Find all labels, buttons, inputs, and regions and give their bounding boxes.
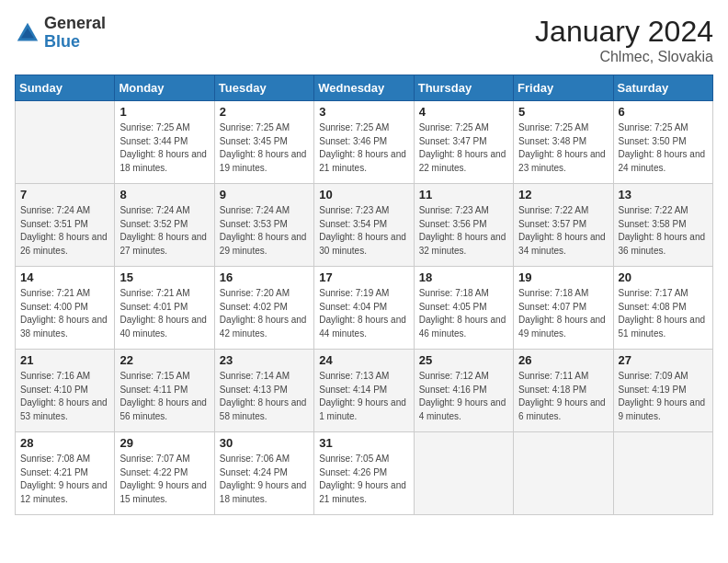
day-info: Sunrise: 7:07 AMSunset: 4:22 PMDaylight:… xyxy=(119,453,209,506)
day-number: 22 xyxy=(119,353,209,367)
day-info: Sunrise: 7:25 AMSunset: 3:48 PMDaylight:… xyxy=(518,121,608,175)
day-number: 15 xyxy=(119,270,209,284)
day-info: Sunrise: 7:25 AMSunset: 3:47 PMDaylight:… xyxy=(419,121,508,175)
day-header-monday: Monday xyxy=(115,75,214,101)
day-info: Sunrise: 7:24 AMSunset: 3:51 PMDaylight:… xyxy=(20,204,109,258)
day-info: Sunrise: 7:22 AMSunset: 3:58 PMDaylight:… xyxy=(619,204,708,258)
day-info: Sunrise: 7:09 AMSunset: 4:19 PMDaylight:… xyxy=(619,370,708,423)
day-cell: 15Sunrise: 7:21 AMSunset: 4:01 PMDayligh… xyxy=(115,267,214,350)
day-number: 6 xyxy=(619,105,708,119)
day-cell: 3Sunrise: 7:25 AMSunset: 3:46 PMDaylight… xyxy=(314,101,414,184)
day-cell: 13Sunrise: 7:22 AMSunset: 3:58 PMDayligh… xyxy=(613,184,712,267)
day-number: 27 xyxy=(619,353,708,367)
day-cell: 25Sunrise: 7:12 AMSunset: 4:16 PMDayligh… xyxy=(414,350,513,432)
day-number: 1 xyxy=(119,105,209,119)
day-cell: 11Sunrise: 7:23 AMSunset: 3:56 PMDayligh… xyxy=(414,184,513,267)
page-header: General Blue January 2024 Chlmec, Slovak… xyxy=(15,15,713,65)
day-cell: 26Sunrise: 7:11 AMSunset: 4:18 PMDayligh… xyxy=(514,350,613,432)
day-cell: 4Sunrise: 7:25 AMSunset: 3:47 PMDaylight… xyxy=(414,101,513,184)
logo-blue-text: Blue xyxy=(44,33,106,52)
day-info: Sunrise: 7:20 AMSunset: 4:02 PMDaylight:… xyxy=(220,287,309,340)
day-info: Sunrise: 7:22 AMSunset: 3:57 PMDaylight:… xyxy=(518,204,608,258)
logo-icon xyxy=(15,20,40,46)
day-number: 26 xyxy=(518,353,608,367)
week-row-3: 14Sunrise: 7:21 AMSunset: 4:00 PMDayligh… xyxy=(16,267,713,350)
day-number: 12 xyxy=(518,188,608,201)
day-info: Sunrise: 7:12 AMSunset: 4:16 PMDaylight:… xyxy=(419,370,508,423)
day-info: Sunrise: 7:23 AMSunset: 3:56 PMDaylight:… xyxy=(419,204,508,258)
week-row-2: 7Sunrise: 7:24 AMSunset: 3:51 PMDaylight… xyxy=(16,184,713,267)
month-title: January 2024 xyxy=(535,15,713,49)
day-cell: 24Sunrise: 7:13 AMSunset: 4:14 PMDayligh… xyxy=(314,350,414,432)
day-info: Sunrise: 7:06 AMSunset: 4:24 PMDaylight:… xyxy=(220,453,309,506)
day-cell xyxy=(613,432,712,515)
day-number: 8 xyxy=(119,188,209,201)
day-cell: 12Sunrise: 7:22 AMSunset: 3:57 PMDayligh… xyxy=(514,184,613,267)
day-cell: 28Sunrise: 7:08 AMSunset: 4:21 PMDayligh… xyxy=(16,432,115,515)
day-header-saturday: Saturday xyxy=(613,75,712,101)
day-number: 13 xyxy=(619,188,708,201)
day-header-thursday: Thursday xyxy=(414,75,513,101)
day-number: 9 xyxy=(220,188,309,201)
day-info: Sunrise: 7:21 AMSunset: 4:01 PMDaylight:… xyxy=(119,287,209,340)
day-info: Sunrise: 7:14 AMSunset: 4:13 PMDaylight:… xyxy=(220,370,309,423)
day-cell: 19Sunrise: 7:18 AMSunset: 4:07 PMDayligh… xyxy=(514,267,613,350)
day-number: 4 xyxy=(419,105,508,119)
day-number: 2 xyxy=(220,105,309,119)
day-cell: 8Sunrise: 7:24 AMSunset: 3:52 PMDaylight… xyxy=(115,184,214,267)
day-cell: 2Sunrise: 7:25 AMSunset: 3:45 PMDaylight… xyxy=(214,101,313,184)
day-header-sunday: Sunday xyxy=(16,75,115,101)
day-number: 21 xyxy=(20,353,109,367)
day-info: Sunrise: 7:05 AMSunset: 4:26 PMDaylight:… xyxy=(319,453,408,506)
day-cell: 10Sunrise: 7:23 AMSunset: 3:54 PMDayligh… xyxy=(314,184,414,267)
day-cell xyxy=(414,432,513,515)
day-number: 11 xyxy=(419,188,508,201)
day-cell: 7Sunrise: 7:24 AMSunset: 3:51 PMDaylight… xyxy=(16,184,115,267)
day-cell: 27Sunrise: 7:09 AMSunset: 4:19 PMDayligh… xyxy=(613,350,712,432)
day-info: Sunrise: 7:18 AMSunset: 4:07 PMDaylight:… xyxy=(518,287,608,340)
day-info: Sunrise: 7:19 AMSunset: 4:04 PMDaylight:… xyxy=(319,287,408,340)
day-cell: 20Sunrise: 7:17 AMSunset: 4:08 PMDayligh… xyxy=(613,267,712,350)
title-area: January 2024 Chlmec, Slovakia xyxy=(535,15,713,65)
day-info: Sunrise: 7:25 AMSunset: 3:46 PMDaylight:… xyxy=(319,121,408,175)
week-row-5: 28Sunrise: 7:08 AMSunset: 4:21 PMDayligh… xyxy=(16,432,713,515)
day-number: 14 xyxy=(20,270,109,284)
day-number: 24 xyxy=(319,353,408,367)
day-cell: 1Sunrise: 7:25 AMSunset: 3:44 PMDaylight… xyxy=(115,101,214,184)
day-cell xyxy=(16,101,115,184)
day-info: Sunrise: 7:24 AMSunset: 3:52 PMDaylight:… xyxy=(119,204,209,258)
day-info: Sunrise: 7:25 AMSunset: 3:50 PMDaylight:… xyxy=(619,121,708,175)
calendar-table: SundayMondayTuesdayWednesdayThursdayFrid… xyxy=(15,75,713,515)
day-info: Sunrise: 7:11 AMSunset: 4:18 PMDaylight:… xyxy=(518,370,608,423)
day-cell: 16Sunrise: 7:20 AMSunset: 4:02 PMDayligh… xyxy=(214,267,313,350)
day-cell: 14Sunrise: 7:21 AMSunset: 4:00 PMDayligh… xyxy=(16,267,115,350)
day-number: 23 xyxy=(220,353,309,367)
day-number: 3 xyxy=(319,105,408,119)
day-cell: 23Sunrise: 7:14 AMSunset: 4:13 PMDayligh… xyxy=(214,350,313,432)
day-info: Sunrise: 7:15 AMSunset: 4:11 PMDaylight:… xyxy=(119,370,209,423)
day-header-wednesday: Wednesday xyxy=(314,75,414,101)
day-number: 5 xyxy=(518,105,608,119)
day-number: 20 xyxy=(619,270,708,284)
day-number: 7 xyxy=(20,188,109,201)
header-row: SundayMondayTuesdayWednesdayThursdayFrid… xyxy=(16,75,713,101)
day-cell: 22Sunrise: 7:15 AMSunset: 4:11 PMDayligh… xyxy=(115,350,214,432)
logo: General Blue xyxy=(15,15,106,52)
day-number: 30 xyxy=(220,436,309,450)
day-header-tuesday: Tuesday xyxy=(214,75,313,101)
logo-general-text: General xyxy=(44,15,106,33)
day-cell: 29Sunrise: 7:07 AMSunset: 4:22 PMDayligh… xyxy=(115,432,214,515)
day-info: Sunrise: 7:24 AMSunset: 3:53 PMDaylight:… xyxy=(220,204,309,258)
day-info: Sunrise: 7:23 AMSunset: 3:54 PMDaylight:… xyxy=(319,204,408,258)
day-number: 25 xyxy=(419,353,508,367)
day-cell: 5Sunrise: 7:25 AMSunset: 3:48 PMDaylight… xyxy=(514,101,613,184)
day-cell: 31Sunrise: 7:05 AMSunset: 4:26 PMDayligh… xyxy=(314,432,414,515)
day-number: 28 xyxy=(20,436,109,450)
day-info: Sunrise: 7:17 AMSunset: 4:08 PMDaylight:… xyxy=(619,287,708,340)
day-cell: 30Sunrise: 7:06 AMSunset: 4:24 PMDayligh… xyxy=(214,432,313,515)
day-number: 16 xyxy=(220,270,309,284)
day-header-friday: Friday xyxy=(514,75,613,101)
day-number: 29 xyxy=(119,436,209,450)
week-row-4: 21Sunrise: 7:16 AMSunset: 4:10 PMDayligh… xyxy=(16,350,713,432)
day-cell xyxy=(514,432,613,515)
